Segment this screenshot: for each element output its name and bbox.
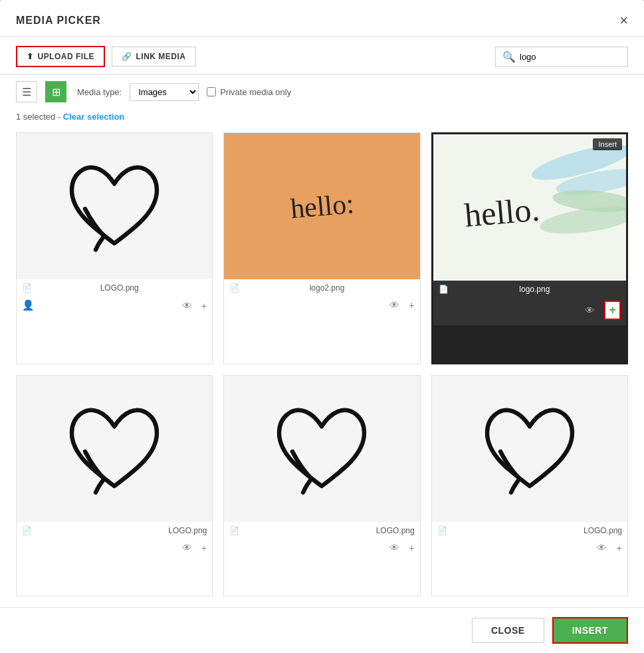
media-card-actions: 👤 👁 + [17,297,212,317]
private-media-checkbox[interactable] [207,87,216,96]
file-icon: 📄 [229,283,239,293]
media-card-selected[interactable]: hello. Insert 📄 logo.png 👁 + [431,132,628,364]
insert-button[interactable]: INSERT [552,617,628,644]
preview-icon[interactable]: 👁 [389,542,399,553]
media-card-image: hello. Insert [433,134,626,281]
insert-icon[interactable]: + [604,301,621,320]
view-list-button[interactable]: ☰ [16,81,37,102]
filename: logo2.png [310,283,345,293]
grid-icon: ⊞ [52,86,60,98]
media-card-footer: 📄 LOGO.png [224,522,419,539]
file-icon-dark: 📄 [439,285,449,294]
media-card-actions: 👁 + [17,539,212,559]
media-card-image [17,376,212,522]
filename: LOGO.png [100,283,139,293]
private-media-checkbox-label[interactable]: Private media only [207,87,291,97]
file-icon: 📄 [437,526,447,535]
media-card-actions: 👁 + [432,539,627,559]
filename: LOGO.png [376,526,415,535]
media-card[interactable]: 📄 LOGO.png 👁 + [431,375,628,596]
file-icon: 📄 [229,526,239,535]
modal-header: MEDIA PICKER × [0,0,644,37]
upload-icon: ⬆ [27,52,34,61]
media-card[interactable]: 📄 LOGO.png 👁 + [16,375,213,596]
media-card-footer-dark: 📄 logo.png [433,281,626,298]
search-input[interactable] [520,52,621,62]
upload-label: UPLOAD FILE [38,52,95,61]
media-card-footer: 📄 LOGO.png [17,279,212,297]
media-card-footer: 📄 LOGO.png [17,522,212,539]
media-card-actions-dark: 👁 + [433,298,626,325]
filename: LOGO.png [168,526,207,535]
file-icon: 📄 [22,283,32,293]
user-icon[interactable]: 👤 [22,299,35,311]
media-card[interactable]: 📄 LOGO.png 👁 + [223,375,420,596]
selection-count: 1 selected - [16,112,63,122]
media-card[interactable]: hello: 📄 logo2.png 👁 + [223,132,420,364]
search-icon: 🔍 [502,51,516,63]
selection-row: 1 selected - Clear selection [0,108,644,127]
preview-icon[interactable]: 👁 [389,299,399,311]
filename-dark: logo.png [519,285,550,294]
preview-icon[interactable]: 👁 [182,542,192,553]
media-card-actions: 👁 + [224,297,419,316]
private-media-text: Private media only [220,87,291,97]
svg-text:hello.: hello. [463,190,541,234]
filter-row: ☰ ⊞ Media type: Images Videos Audio Docu… [0,74,644,108]
link-media-label: LINK MEDIA [136,52,186,61]
clear-selection-link[interactable]: Clear selection [63,112,125,122]
media-card-footer: 📄 logo2.png [224,279,419,297]
media-card-image: hello: [224,133,419,279]
media-type-select[interactable]: Images Videos Audio Documents [130,83,199,101]
modal-footer: CLOSE INSERT [0,607,644,653]
filename: LOGO.png [584,526,622,535]
link-icon: 🔗 [122,52,132,61]
preview-icon[interactable]: 👁 [182,300,192,311]
upload-file-button[interactable]: ⬆ UPLOAD FILE [16,46,105,67]
add-icon[interactable]: + [409,299,415,311]
media-card-image [17,133,212,279]
toolbar-row: ⬆ UPLOAD FILE 🔗 LINK MEDIA 🔍 [0,37,644,74]
media-card-image [432,376,627,522]
add-icon[interactable]: + [616,542,622,553]
media-card-image [224,376,419,522]
media-card[interactable]: 📄 LOGO.png 👤 👁 + [16,132,213,364]
view-grid-button[interactable]: ⊞ [45,81,66,102]
search-box: 🔍 [495,47,628,67]
media-card-footer: 📄 LOGO.png [432,522,627,539]
media-card-actions: 👁 + [224,539,419,559]
preview-icon-dark[interactable]: 👁 [585,305,595,316]
add-icon[interactable]: + [201,300,207,311]
insert-tooltip: Insert [593,138,622,150]
modal-title: MEDIA PICKER [16,15,101,27]
add-icon[interactable]: + [201,542,207,553]
file-icon: 📄 [22,526,32,535]
hello-pastel-bg: hello. [433,134,626,281]
media-type-label: Media type: [77,87,122,97]
hello-orange-bg: hello: [224,133,419,279]
close-button[interactable]: CLOSE [472,618,544,643]
media-grid: 📄 LOGO.png 👤 👁 + hello: 📄 logo2 [0,127,644,607]
add-icon[interactable]: + [409,542,415,553]
modal-close-button[interactable]: × [619,13,628,28]
preview-icon[interactable]: 👁 [597,542,607,553]
link-media-button[interactable]: 🔗 LINK MEDIA [112,47,196,66]
list-icon: ☰ [22,86,31,98]
media-picker-modal: MEDIA PICKER × ⬆ UPLOAD FILE 🔗 LINK MEDI… [0,0,644,653]
